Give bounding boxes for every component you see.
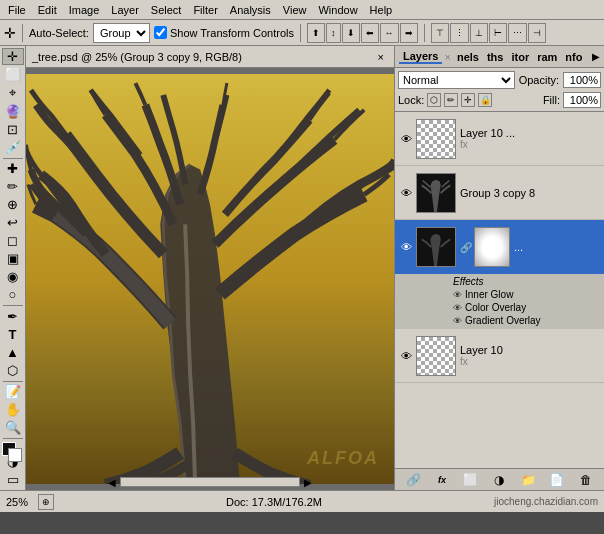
tab-history[interactable]: itor [507, 51, 533, 63]
pen-tool[interactable]: ✒ [2, 308, 24, 325]
align-bottom-btn[interactable]: ⬇ [342, 23, 360, 43]
clone-tool[interactable]: ⊕ [2, 196, 24, 213]
align-left-btn[interactable]: ⬅ [361, 23, 379, 43]
layer-delete-btn[interactable]: 🗑 [578, 472, 594, 488]
fill-input[interactable] [563, 92, 601, 108]
marquee-tool[interactable]: ⬜ [2, 66, 24, 83]
effect-item-gradient-overlay[interactable]: 👁 Gradient Overlay [453, 314, 600, 327]
hand-tool[interactable]: ✋ [2, 401, 24, 418]
zoom-btn[interactable]: ⊕ [38, 494, 54, 510]
auto-select-label: Auto-Select: [29, 27, 89, 39]
eraser-tool[interactable]: ◻ [2, 232, 24, 249]
effect-item-color-overlay[interactable]: 👁 Color Overlay [453, 301, 600, 314]
tab-info[interactable]: nfo [561, 51, 586, 63]
layer-mask-btn[interactable]: ⬜ [463, 472, 479, 488]
layers-controls: Normal Multiply Screen Overlay Opacity: … [395, 68, 604, 112]
layer-item[interactable]: 👁 Layer 10 ... fx [395, 112, 604, 166]
history-brush-tool[interactable]: ↩ [2, 214, 24, 231]
layer-effects: Effects 👁 Inner Glow 👁 Color Overlay 👁 G… [395, 274, 604, 329]
zoom-value: 25% [6, 496, 28, 508]
blur-tool[interactable]: ◉ [2, 268, 24, 285]
layer-link-btn[interactable]: 🔗 [405, 472, 421, 488]
path-select-tool[interactable]: ▲ [2, 344, 24, 361]
layer-visibility-eye[interactable]: 👁 [398, 239, 414, 255]
canvas-title-text: _tree.psd @ 25% (Group 3 copy 9, RGB/8) [32, 51, 242, 63]
canvas-wrapper[interactable]: ALFOA ◀ ▶ [26, 68, 394, 490]
layer-visibility-eye[interactable]: 👁 [398, 348, 414, 364]
zoom-tool[interactable]: 🔍 [2, 419, 24, 436]
lock-transparent-btn[interactable]: ⬡ [427, 93, 441, 107]
menu-image[interactable]: Image [63, 3, 106, 17]
effect-eye-icon[interactable]: 👁 [453, 303, 462, 313]
lock-paint-btn[interactable]: ✏ [444, 93, 458, 107]
opacity-input[interactable] [563, 72, 601, 88]
show-transform-checkbox[interactable] [154, 26, 167, 39]
effect-name: Color Overlay [465, 302, 526, 313]
notes-tool[interactable]: 📝 [2, 383, 24, 400]
dist-right-btn[interactable]: ⊣ [528, 23, 546, 43]
dist-v-btn[interactable]: ⋮ [450, 23, 469, 43]
menu-layer[interactable]: Layer [105, 3, 145, 17]
layer-item[interactable]: 👁 Layer 10 fx [395, 329, 604, 383]
layer-thumbnail-group [416, 227, 456, 267]
align-right-btn[interactable]: ➡ [400, 23, 418, 43]
dist-top-btn[interactable]: ⊤ [431, 23, 449, 43]
align-top-btn[interactable]: ⬆ [307, 23, 325, 43]
effect-item-inner-glow[interactable]: 👁 Inner Glow [453, 288, 600, 301]
layer-adjustment-btn[interactable]: ◑ [491, 472, 507, 488]
align-hcenter-btn[interactable]: ↔ [380, 23, 399, 43]
dist-h-btn[interactable]: ⋯ [508, 23, 527, 43]
layer-group-btn[interactable]: 📁 [520, 472, 536, 488]
dist-bottom-btn[interactable]: ⊥ [470, 23, 488, 43]
layer-item[interactable]: 👁 Group 3 copy 8 [395, 166, 604, 220]
menu-edit[interactable]: Edit [32, 3, 63, 17]
lasso-tool[interactable]: ⌖ [2, 84, 24, 102]
text-tool[interactable]: T [2, 326, 24, 343]
tab-actions[interactable]: ram [533, 51, 561, 63]
menu-view[interactable]: View [277, 3, 313, 17]
layer-style-btn[interactable]: fx [434, 472, 450, 488]
layer-thumbnail [416, 227, 456, 267]
layers-bottom-toolbar: 🔗 fx ⬜ ◑ 📁 📄 🗑 [395, 468, 604, 490]
menu-analysis[interactable]: Analysis [224, 3, 277, 17]
layer-visibility-eye[interactable]: 👁 [398, 185, 414, 201]
effect-eye-icon[interactable]: 👁 [453, 290, 462, 300]
align-buttons: ⬆ ↕ ⬇ ⬅ ↔ ➡ [307, 23, 418, 43]
watermark: ALFOA [307, 448, 379, 469]
dist-left-btn[interactable]: ⊢ [489, 23, 507, 43]
layer-info: Layer 10 fx [460, 344, 601, 367]
tab-paths[interactable]: ths [483, 51, 508, 63]
menu-window[interactable]: Window [312, 3, 363, 17]
dodge-tool[interactable]: ○ [2, 286, 24, 303]
quick-select-tool[interactable]: 🔮 [2, 103, 24, 120]
move-tool[interactable]: ✛ [2, 48, 24, 65]
menu-help[interactable]: Help [364, 3, 399, 17]
tab-layers[interactable]: Layers [399, 50, 442, 64]
background-color[interactable] [8, 448, 22, 462]
lock-all-btn[interactable]: 🔒 [478, 93, 492, 107]
crop-tool[interactable]: ⊡ [2, 121, 24, 138]
panel-close-btn[interactable]: ▶ [592, 51, 600, 62]
menu-filter[interactable]: Filter [187, 3, 223, 17]
shape-tool[interactable]: ⬡ [2, 362, 24, 379]
lock-move-btn[interactable]: ✛ [461, 93, 475, 107]
layer-item-selected[interactable]: 👁 🔗 ... [395, 220, 604, 329]
canvas-close-btn[interactable]: × [374, 51, 388, 63]
menu-select[interactable]: Select [145, 3, 188, 17]
blend-mode-select[interactable]: Normal Multiply Screen Overlay [398, 71, 515, 89]
menu-file[interactable]: File [2, 3, 32, 17]
gradient-tool[interactable]: ▣ [2, 250, 24, 267]
toolbar: ✛ Auto-Select: Group Layer Show Transfor… [0, 20, 604, 46]
brush-tool[interactable]: ✏ [2, 178, 24, 195]
screen-mode-btn[interactable]: ▭ [2, 471, 24, 488]
doc-size: Doc: 17.3M/176.2M [64, 496, 484, 508]
auto-select-dropdown[interactable]: Group Layer [93, 23, 150, 43]
effect-eye-icon[interactable]: 👁 [453, 316, 462, 326]
layer-new-btn[interactable]: 📄 [549, 472, 565, 488]
layer-visibility-eye[interactable]: 👁 [398, 131, 414, 147]
effects-label: Effects [453, 276, 600, 287]
align-vcenter-btn[interactable]: ↕ [326, 23, 341, 43]
eyedropper-tool[interactable]: 💉 [2, 139, 24, 156]
tab-channels[interactable]: nels [453, 51, 483, 63]
healing-tool[interactable]: ✚ [2, 160, 24, 177]
